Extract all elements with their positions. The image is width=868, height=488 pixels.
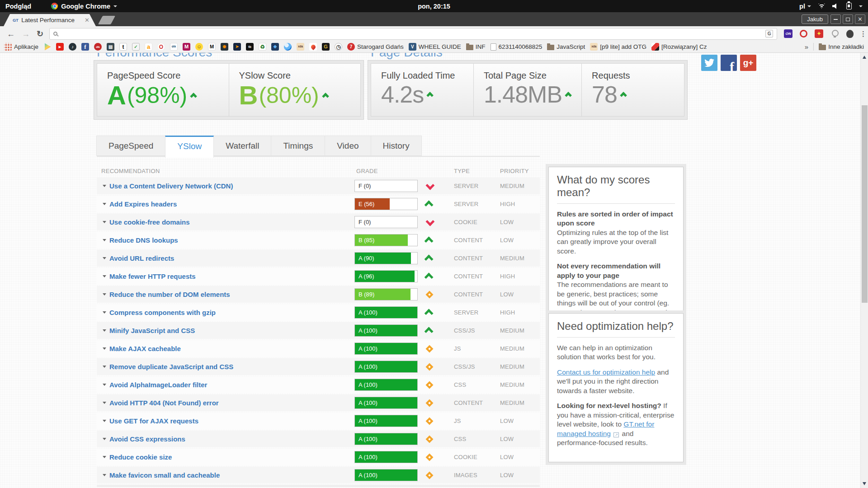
bookmark-item[interactable] — [81, 43, 89, 51]
bookmark-item[interactable]: Aplikacje — [4, 43, 38, 51]
recommendation-link[interactable]: Add Expires headers — [109, 196, 177, 212]
bookmark-item[interactable] — [56, 43, 64, 51]
bookmark-item[interactable] — [170, 43, 178, 51]
bookmarks-overflow-icon[interactable]: » — [805, 43, 808, 51]
bookmark-item[interactable] — [221, 43, 228, 51]
new-tab-button[interactable] — [98, 16, 115, 24]
report-tab[interactable]: Video — [325, 136, 371, 156]
recommendation-link[interactable]: Use cookie-free domains — [109, 214, 190, 230]
contact-us-link[interactable]: Contact us for optimization help — [557, 368, 655, 376]
report-tab[interactable]: Waterfall — [213, 136, 271, 156]
bookmark-item[interactable] — [246, 43, 254, 51]
tab-close-icon[interactable]: ✕ — [85, 17, 90, 23]
recommendation-link[interactable]: Compress components with gzip — [109, 304, 216, 321]
wifi-icon[interactable] — [818, 4, 825, 9]
recommendation-link[interactable]: Make favicon small and cacheable — [109, 467, 220, 483]
gnome-foot-extension-icon[interactable] — [846, 30, 854, 38]
recommendation-link[interactable]: Use a Content Delivery Network (CDN) — [109, 178, 233, 194]
keyboard-layout-indicator[interactable]: pl — [799, 3, 811, 10]
battery-icon[interactable] — [846, 3, 852, 9]
scrollbar-thumb[interactable] — [862, 105, 868, 303]
expand-triangle-icon[interactable] — [103, 329, 106, 332]
recommendation-link[interactable]: Reduce the number of DOM elements — [109, 286, 230, 303]
lightbulb-extension-icon[interactable] — [830, 29, 839, 38]
bookmark-item[interactable] — [69, 43, 76, 51]
bookmark-item[interactable] — [309, 43, 317, 51]
expand-triangle-icon[interactable] — [103, 275, 106, 277]
recommendation-link[interactable]: Make fewer HTTP requests — [109, 268, 196, 285]
bookmark-item[interactable] — [233, 43, 241, 51]
bookmark-item[interactable] — [284, 43, 292, 51]
report-tab[interactable]: PageSpeed — [96, 136, 165, 156]
expand-triangle-icon[interactable] — [103, 221, 106, 223]
bookmark-item[interactable] — [183, 43, 190, 51]
browser-menu-icon[interactable]: ⋮ — [860, 30, 867, 37]
recommendation-link[interactable]: Remove duplicate JavaScript and CSS — [109, 358, 233, 375]
expand-triangle-icon[interactable] — [103, 438, 106, 440]
recommendation-link[interactable]: Avoid HTTP 404 (Not Found) error — [109, 394, 219, 411]
bookmark-item[interactable]: [Rozwiązany] Cz — [651, 43, 707, 51]
address-bar[interactable]: G — [49, 28, 777, 40]
report-tab[interactable]: History — [371, 136, 422, 156]
expand-triangle-icon[interactable] — [103, 185, 106, 187]
expand-triangle-icon[interactable] — [103, 366, 106, 368]
expand-triangle-icon[interactable] — [103, 420, 106, 422]
recommendation-link[interactable]: Avoid URL redirects — [109, 250, 174, 267]
profile-button[interactable]: Jakub — [802, 14, 828, 24]
bookmark-item[interactable] — [119, 43, 127, 51]
bookmark-item[interactable]: WHEEL GUIDE — [409, 43, 461, 51]
expand-triangle-icon[interactable] — [103, 347, 106, 350]
bookmark-item[interactable] — [208, 43, 216, 51]
adblock-ring-icon[interactable] — [800, 30, 807, 38]
report-tab[interactable]: Timings — [271, 136, 325, 156]
recommendation-link[interactable]: Reduce cookie size — [109, 449, 172, 465]
bookmark-item[interactable]: 6231140068825 — [491, 43, 542, 51]
recommendation-link[interactable]: Reduce DNS lookups — [109, 232, 178, 249]
bookmark-item[interactable]: INF — [466, 43, 486, 50]
forward-icon[interactable]: → — [22, 30, 30, 38]
recommendation-link[interactable]: Use GET for AJAX requests — [109, 413, 198, 429]
bookmark-item[interactable] — [94, 43, 102, 51]
facebook-share-button[interactable]: f — [721, 55, 737, 71]
bookmark-item[interactable] — [271, 43, 279, 51]
other-bookmarks-button[interactable]: Inne zakładki — [819, 43, 864, 50]
browser-tab[interactable]: GT Latest Performance ✕ — [4, 14, 96, 26]
bookmark-item[interactable]: [p9 lite] add OTG — [590, 43, 646, 51]
activities-button[interactable]: Podgląd — [5, 3, 31, 10]
expand-triangle-icon[interactable] — [103, 293, 106, 296]
on-extension-icon[interactable]: ON — [784, 29, 793, 38]
bookmark-item[interactable] — [43, 43, 51, 51]
bookmark-item[interactable] — [157, 43, 165, 51]
bookmark-item[interactable]: JavaScript — [547, 43, 585, 50]
volume-icon[interactable] — [832, 4, 839, 9]
expand-triangle-icon[interactable] — [103, 239, 106, 241]
bookmark-item[interactable] — [335, 43, 342, 51]
bookmark-item[interactable] — [195, 43, 203, 51]
recommendation-link[interactable]: Minify JavaScript and CSS — [109, 322, 195, 339]
minimize-button[interactable] — [830, 14, 841, 24]
expand-triangle-icon[interactable] — [103, 311, 106, 314]
expand-triangle-icon[interactable] — [103, 402, 106, 404]
translate-icon[interactable]: G — [765, 30, 773, 38]
address-input[interactable] — [61, 30, 765, 37]
bookmark-item[interactable] — [322, 43, 330, 51]
report-tab[interactable]: YSlow — [165, 136, 214, 158]
bookmark-item[interactable] — [145, 43, 152, 51]
expand-triangle-icon[interactable] — [103, 257, 106, 259]
back-icon[interactable]: ← — [7, 30, 15, 38]
reload-icon[interactable]: ↻ — [37, 30, 43, 38]
scrollbar-down-icon[interactable] — [863, 482, 866, 485]
bookmark-item[interactable]: Starogard Gdańs — [347, 43, 404, 51]
expand-triangle-icon[interactable] — [103, 474, 106, 476]
bookmark-item[interactable] — [132, 43, 140, 51]
expand-triangle-icon[interactable] — [103, 456, 106, 458]
google-plus-share-button[interactable]: g+ — [740, 55, 756, 71]
recommendation-link[interactable]: Make AJAX cacheable — [109, 340, 181, 357]
recommendation-link[interactable]: Avoid AlphaImageLoader filter — [109, 376, 207, 393]
bookmark-item[interactable] — [297, 43, 304, 51]
bookmark-item[interactable] — [107, 43, 114, 51]
app-menu-button[interactable]: Google Chrome — [51, 3, 117, 10]
expand-triangle-icon[interactable] — [103, 203, 106, 205]
expand-triangle-icon[interactable] — [103, 384, 106, 386]
clock[interactable]: pon, 20:15 — [418, 3, 450, 10]
